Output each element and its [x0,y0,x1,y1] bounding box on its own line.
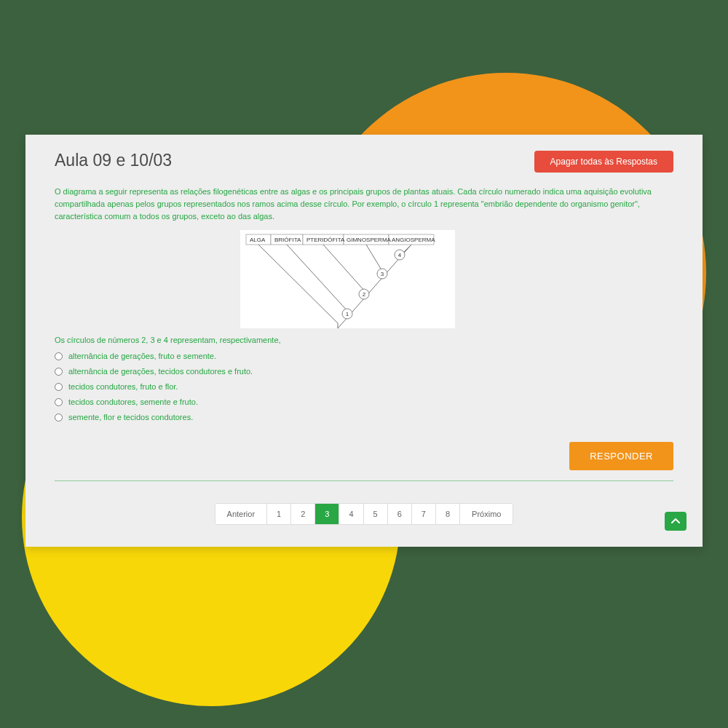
options-group: alternância de gerações, fruto e semente… [55,352,673,422]
svg-text:2: 2 [363,291,366,298]
respond-button[interactable]: RESPONDER [569,442,673,470]
option-label: semente, flor e tecidos condutores. [68,413,193,422]
pagination-page-8[interactable]: 8 [436,504,460,524]
subquestion-text: Os círculos de números 2, 3 e 4 represen… [55,336,673,344]
pagination: Anterior 1 2 3 4 5 6 7 8 Próximo [55,503,673,525]
clear-answers-button[interactable]: Apagar todas às Respostas [534,151,673,173]
svg-line-13 [287,245,348,312]
svg-line-15 [366,245,383,272]
pagination-page-4[interactable]: 4 [339,504,363,524]
divider [55,480,673,481]
svg-text:PTERIDÓFITA: PTERIDÓFITA [306,237,345,243]
option-row[interactable]: tecidos condutores, semente e fruto. [55,397,673,406]
option-radio[interactable] [55,383,63,391]
svg-text:GIMNOSPERMA: GIMNOSPERMA [347,237,392,243]
page-title: Aula 09 e 10/03 [55,151,172,170]
pagination-page-1[interactable]: 1 [267,504,291,524]
pagination-page-2[interactable]: 2 [291,504,315,524]
svg-text:BRIÓFITA: BRIÓFITA [274,237,301,243]
pagination-page-5[interactable]: 5 [364,504,388,524]
scroll-top-button[interactable] [665,512,687,531]
quiz-panel: Aula 09 e 10/03 Apagar todas às Resposta… [25,135,703,547]
option-radio[interactable] [55,414,63,422]
phylogeny-diagram: ALGA BRIÓFITA PTERIDÓFITA GIMNOSPERMA AN… [240,230,455,328]
question-text: O diagrama a seguir representa as relaçõ… [55,186,673,223]
pagination-page-6[interactable]: 6 [388,504,412,524]
option-label: tecidos condutores, fruto e flor. [68,382,178,391]
svg-text:3: 3 [381,271,384,277]
pagination-prev[interactable]: Anterior [215,504,268,524]
option-label: alternância de gerações, fruto e semente… [68,352,216,360]
svg-text:ALGA: ALGA [250,237,266,243]
pagination-next[interactable]: Próximo [460,504,513,524]
option-label: alternância de gerações, tecidos conduto… [68,367,253,376]
option-radio[interactable] [55,398,63,406]
svg-line-12 [258,245,338,323]
svg-text:ANGIOSPERMA: ANGIOSPERMA [392,237,435,243]
option-radio[interactable] [55,352,63,360]
option-row[interactable]: alternância de gerações, tecidos conduto… [55,367,673,376]
chevron-up-icon [671,518,680,525]
svg-text:1: 1 [346,311,349,317]
svg-line-14 [323,245,365,292]
option-row[interactable]: semente, flor e tecidos condutores. [55,413,673,422]
option-row[interactable]: alternância de gerações, fruto e semente… [55,352,673,360]
option-radio[interactable] [55,368,63,376]
svg-text:4: 4 [398,252,402,258]
option-row[interactable]: tecidos condutores, fruto e flor. [55,382,673,391]
pagination-page-3[interactable]: 3 [315,504,339,524]
option-label: tecidos condutores, semente e fruto. [68,397,198,406]
pagination-page-7[interactable]: 7 [412,504,436,524]
